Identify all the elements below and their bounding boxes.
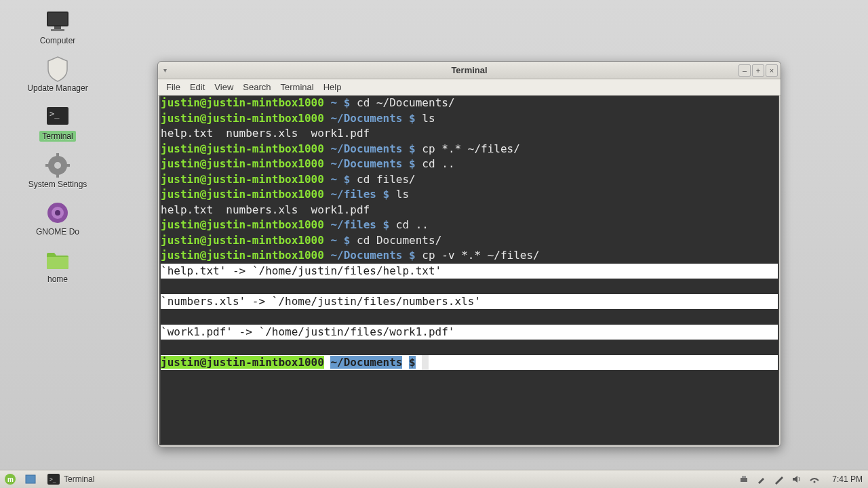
svg-rect-11 <box>66 164 70 167</box>
svg-rect-8 <box>56 153 59 157</box>
menu-terminal[interactable]: Terminal <box>281 82 314 92</box>
brush-tray-icon[interactable] <box>756 474 767 485</box>
gnome-do-app-icon <box>44 201 71 224</box>
printer-tray-icon[interactable] <box>738 474 749 485</box>
terminal-small-icon: >_ <box>47 474 60 485</box>
minimize-button[interactable]: – <box>738 64 751 77</box>
maximize-button[interactable]: + <box>752 64 764 77</box>
menubar: File Edit View Search Terminal Help <box>158 79 781 96</box>
titlebar[interactable]: ▾ Terminal – + × <box>158 62 781 79</box>
svg-text:>_: >_ <box>50 476 56 483</box>
terminal-app-icon: >_ <box>44 105 71 128</box>
icon-label: Terminal <box>39 131 75 142</box>
svg-rect-10 <box>45 164 50 167</box>
icon-label: GNOME Do <box>36 227 79 237</box>
gnome-do-icon[interactable]: GNOME Do <box>24 201 92 237</box>
svg-rect-2 <box>54 26 61 29</box>
close-button[interactable]: × <box>766 64 778 77</box>
volume-tray-icon[interactable] <box>791 474 802 485</box>
svg-rect-20 <box>741 478 747 482</box>
svg-point-22 <box>814 481 816 483</box>
home-folder-icon[interactable]: home <box>24 249 92 284</box>
gear-icon <box>44 154 71 177</box>
terminal-content[interactable]: justin@justin-mintbox1000 ~ $ cd ~/Docum… <box>159 96 779 445</box>
svg-point-14 <box>55 210 60 216</box>
menu-edit[interactable]: Edit <box>190 82 205 92</box>
system-settings-icon[interactable]: System Settings <box>24 154 92 189</box>
svg-rect-17 <box>26 475 35 483</box>
icon-label: Update Manager <box>27 83 87 93</box>
svg-text:>_: >_ <box>50 109 60 119</box>
menu-file[interactable]: File <box>166 82 180 92</box>
show-desktop-button[interactable] <box>23 472 38 487</box>
svg-rect-21 <box>742 476 746 478</box>
network-tray-icon[interactable] <box>809 474 820 485</box>
svg-rect-3 <box>51 29 64 31</box>
icon-label: home <box>47 274 68 284</box>
update-manager-icon[interactable]: Update Manager <box>24 58 92 93</box>
window-menu-icon[interactable]: ▾ <box>163 66 172 75</box>
terminal-icon[interactable]: >_ Terminal <box>24 105 92 142</box>
desktop-icons: Computer Update Manager >_ Terminal Syst… <box>24 10 92 284</box>
icon-label: Computer <box>40 36 76 45</box>
folder-icon <box>44 249 71 272</box>
computer-icon[interactable]: Computer <box>24 10 92 45</box>
svg-point-7 <box>54 162 61 169</box>
window-title: Terminal <box>158 65 781 75</box>
window-controls: – + × <box>738 64 778 77</box>
svg-text:m: m <box>7 476 14 483</box>
menu-search[interactable]: Search <box>243 82 271 92</box>
system-tray <box>732 474 827 485</box>
monitor-icon <box>44 10 71 33</box>
taskbar: m >_ Terminal 7:41 PM <box>0 470 868 488</box>
taskbar-terminal-button[interactable]: >_ Terminal <box>41 472 101 486</box>
taskbar-app-label: Terminal <box>64 474 94 484</box>
icon-label: System Settings <box>28 180 87 189</box>
menu-view[interactable]: View <box>214 82 233 92</box>
menu-help[interactable]: Help <box>323 82 342 92</box>
svg-rect-1 <box>48 13 67 25</box>
terminal-window: ▾ Terminal – + × File Edit View Search T… <box>157 61 781 447</box>
start-menu-button[interactable]: m <box>3 472 18 487</box>
svg-rect-9 <box>56 174 59 178</box>
taskbar-clock[interactable]: 7:41 PM <box>827 474 868 484</box>
shield-icon <box>44 58 71 81</box>
pen-tray-icon[interactable] <box>774 474 785 485</box>
